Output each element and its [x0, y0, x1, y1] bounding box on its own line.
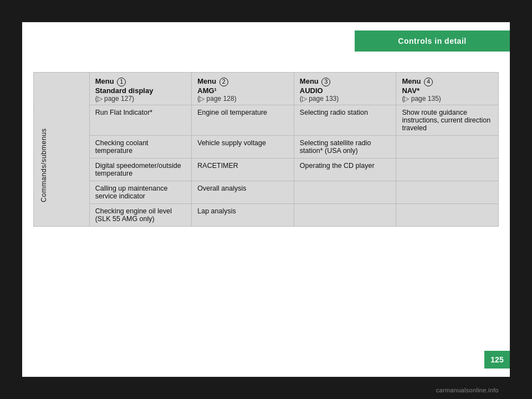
col2-menu-label: Menu 2 [197, 77, 288, 86]
watermark: carmanualsonline.info [436, 387, 499, 393]
col3-menu-label: Menu 3 [300, 77, 391, 86]
col3-sublabel: AUDIO [300, 86, 391, 95]
row4-col4 [396, 203, 499, 226]
col1-circle-num: 1 [117, 78, 126, 86]
section-header-bar: Controls in detail [355, 30, 510, 52]
row3-col4 [396, 181, 499, 203]
row2-col1: Digital speedometer/outside temperature [89, 158, 192, 181]
row4-col1: Checking engine oil level (SLK 55 AMG on… [89, 203, 192, 226]
col3-circle-num: 3 [321, 78, 330, 86]
row2-col4 [396, 158, 499, 181]
row-label-header-cell [34, 73, 90, 105]
row1-col2: Vehicle supply voltage [192, 135, 294, 158]
col2-sublabel: AMG¹ [197, 86, 288, 95]
col1-header: Menu 1 Standard display (▷ page 127) [89, 73, 192, 105]
col2-page-ref: (▷ page 128) [197, 95, 288, 103]
row0-col2: Engine oil temperature [192, 105, 294, 135]
table-row: Checking coolant temperature Vehicle sup… [34, 135, 499, 158]
row1-col1: Checking coolant temperature [89, 135, 192, 158]
col3-header: Menu 3 AUDIO (▷ page 133) [294, 73, 396, 105]
row1-col3: Selecting satellite radio station* (USA … [294, 135, 396, 158]
menu-table: Menu 1 Standard display (▷ page 127) Men… [33, 72, 499, 227]
row-group-label: Commands/submenus [34, 105, 90, 226]
table-header-row: Menu 1 Standard display (▷ page 127) Men… [34, 73, 499, 105]
col4-sublabel: NAV* [402, 86, 493, 95]
table-row: Checking engine oil level (SLK 55 AMG on… [34, 203, 499, 226]
col1-sublabel: Standard display [95, 86, 186, 95]
table-row: Calling up maintenance service indicator… [34, 181, 499, 203]
col1-page-ref: (▷ page 127) [95, 95, 186, 103]
row1-col4 [396, 135, 499, 158]
page-number-box: 125 [484, 351, 510, 369]
row0-col1: Run Flat Indicator* [89, 105, 192, 135]
row3-col3 [294, 181, 396, 203]
page-number: 125 [490, 355, 503, 364]
col4-menu-label: Menu 4 [402, 77, 493, 86]
col3-page-ref: (▷ page 133) [300, 95, 391, 103]
col4-header: Menu 4 NAV* (▷ page 135) [396, 73, 499, 105]
row0-col4: Show route guidance instructions, curren… [396, 105, 499, 135]
col1-menu-label: Menu 1 [95, 77, 186, 86]
col4-page-ref: (▷ page 135) [402, 95, 493, 103]
row0-col3: Selecting radio station [294, 105, 396, 135]
col2-header: Menu 2 AMG¹ (▷ page 128) [192, 73, 294, 105]
col4-circle-num: 4 [424, 78, 433, 86]
row4-col2: Lap analysis [192, 203, 294, 226]
table-row: Digital speedometer/outside temperature … [34, 158, 499, 181]
row2-col2: RACETIMER [192, 158, 294, 181]
row3-col1: Calling up maintenance service indicator [89, 181, 192, 203]
col2-circle-num: 2 [219, 78, 228, 86]
row4-col3 [294, 203, 396, 226]
section-title: Controls in detail [398, 37, 466, 45]
main-table-container: Menu 1 Standard display (▷ page 127) Men… [33, 72, 499, 227]
table-row: Commands/submenus Run Flat Indicator* En… [34, 105, 499, 135]
row3-col2: Overall analysis [192, 181, 294, 203]
row2-col3: Operating the CD player [294, 158, 396, 181]
